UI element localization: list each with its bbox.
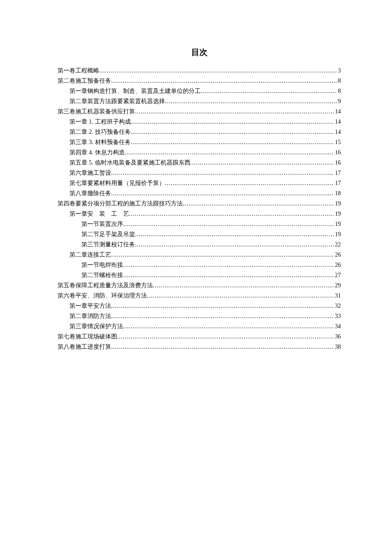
toc-entry-page: 32 bbox=[334, 301, 341, 311]
toc-entry-page: 36 bbox=[334, 332, 341, 342]
toc-entry: 第二章消防方法33 bbox=[58, 311, 341, 321]
toc-entry-page: 19 bbox=[334, 219, 341, 229]
toc-entry-label: 第三节测量校订任务 bbox=[81, 240, 135, 250]
toc-entry: 第一节电焊衔接26 bbox=[58, 260, 341, 270]
toc-entry: 第三章情况保护方法34 bbox=[58, 321, 341, 332]
toc-leader-dots bbox=[111, 342, 334, 352]
toc-entry-page: 19 bbox=[334, 229, 341, 240]
toc-entry-page: 19 bbox=[334, 199, 341, 209]
toc-entry: 第三章 3. 材料预备任务15 bbox=[58, 137, 341, 147]
toc-entry-page: 16 bbox=[334, 147, 341, 158]
toc-entry-label: 第一节电焊衔接 bbox=[81, 260, 123, 270]
toc-entry: 第六卷平安、消防、环保治理方法31 bbox=[58, 291, 341, 301]
toc-entry-label: 第二节螺栓衔接 bbox=[81, 270, 123, 280]
toc-entry-label: 第八章撤除任务 bbox=[69, 188, 111, 199]
toc-entry-label: 第七章要紧材料用量（见报价予算） bbox=[69, 178, 165, 188]
toc-entry-page: 14 bbox=[334, 107, 341, 117]
toc-entry-label: 第二卷施工预备任务 bbox=[58, 76, 111, 86]
toc-entry-label: 第二节足手架及吊篮 bbox=[81, 229, 135, 240]
toc-leader-dots bbox=[129, 209, 334, 219]
toc-entry-label: 第二章装置方法跟要紧装置机器选择 bbox=[69, 96, 165, 107]
toc-entry-label: 第一章钢构造打算、制造、装置及土建单位的分工 bbox=[69, 86, 201, 96]
toc-entry: 第三卷施工机器装备供应打算14 bbox=[58, 107, 341, 117]
toc-leader-dots bbox=[165, 96, 337, 107]
toc-entry: 第一章 1. 工程班子构成14 bbox=[58, 117, 341, 127]
toc-entry-label: 第五卷保障工程质量方法及浪费方法 bbox=[58, 280, 153, 291]
toc-leader-dots bbox=[111, 250, 334, 260]
toc-entry-label: 第七卷施工现场破体图 bbox=[58, 332, 117, 342]
toc-entry: 第五卷保障工程质量方法及浪费方法29 bbox=[58, 280, 341, 291]
toc-leader-dots bbox=[135, 229, 334, 240]
toc-entry-page: 33 bbox=[334, 311, 341, 321]
toc-leader-dots bbox=[190, 158, 334, 168]
toc-entry-page: 14 bbox=[334, 117, 341, 127]
toc-entry: 第二卷施工预备任务8 bbox=[58, 76, 341, 86]
toc-entry-label: 第二章连接工艺 bbox=[69, 250, 111, 260]
toc-entry-label: 第一章安 装 工 艺 bbox=[69, 209, 129, 219]
toc-entry-page: 14 bbox=[334, 127, 341, 137]
toc-entry-label: 第六章施工暂设 bbox=[69, 168, 111, 178]
toc-entry: 第一节装置次序19 bbox=[58, 219, 341, 229]
toc-entry-label: 第一章平安方法 bbox=[69, 301, 111, 311]
toc-entry: 第二章装置方法跟要紧装置机器选择9 bbox=[58, 96, 341, 107]
toc-entry: 第八章撤除任务18 bbox=[58, 188, 341, 199]
toc-entry-page: 15 bbox=[334, 137, 341, 147]
toc-entry-page: 9 bbox=[337, 96, 341, 107]
toc-entry-label: 第一节装置次序 bbox=[81, 219, 123, 229]
toc-entry: 第四章 4. 休息力构造16 bbox=[58, 147, 341, 158]
toc-leader-dots bbox=[165, 178, 334, 188]
toc-entry: 第五章 5. 临时水电装备及要紧施工机器跟东西16 bbox=[58, 158, 341, 168]
toc-entry-page: 29 bbox=[334, 280, 341, 291]
toc-entry-page: 16 bbox=[334, 158, 341, 168]
toc-entry: 第二章连接工艺26 bbox=[58, 250, 341, 260]
toc-entry-label: 第八卷施工进度打算 bbox=[58, 342, 111, 352]
toc-leader-dots bbox=[147, 291, 334, 301]
toc-entry-label: 第五章 5. 临时水电装备及要紧施工机器跟东西 bbox=[69, 158, 190, 168]
toc-entry-page: 27 bbox=[334, 270, 341, 280]
toc-entry: 第六章施工暂设17 bbox=[58, 168, 341, 178]
toc-leader-dots bbox=[123, 270, 334, 280]
toc-entry-page: 31 bbox=[334, 291, 341, 301]
toc-entry-page: 38 bbox=[334, 342, 341, 352]
toc-leader-dots bbox=[111, 168, 334, 178]
table-of-contents: 第一卷工程概略3第二卷施工预备任务8第一章钢构造打算、制造、装置及土建单位的分工… bbox=[58, 66, 341, 352]
toc-leader-dots bbox=[117, 332, 334, 342]
toc-entry-page: 22 bbox=[334, 240, 341, 250]
toc-entry-label: 第三卷施工机器装备供应打算 bbox=[58, 107, 135, 117]
toc-entry-label: 第三章 3. 材料预备任务 bbox=[69, 137, 131, 147]
toc-entry-page: 34 bbox=[334, 321, 341, 332]
toc-entry-label: 第六卷平安、消防、环保治理方法 bbox=[58, 291, 147, 301]
toc-entry-label: 第一章 1. 工程班子构成 bbox=[69, 117, 131, 127]
toc-entry-label: 第四章 4. 休息力构造 bbox=[69, 147, 125, 158]
toc-entry-page: 3 bbox=[337, 66, 341, 76]
toc-leader-dots bbox=[111, 311, 334, 321]
toc-entry-label: 第二章 2. 技巧预备任务 bbox=[69, 127, 131, 137]
toc-entry: 第三节测量校订任务22 bbox=[58, 240, 341, 250]
toc-entry: 第七卷施工现场破体图36 bbox=[58, 332, 341, 342]
toc-entry-label: 第二章消防方法 bbox=[69, 311, 111, 321]
toc-entry-page: 26 bbox=[334, 250, 341, 260]
toc-leader-dots bbox=[131, 127, 334, 137]
toc-leader-dots bbox=[125, 147, 334, 158]
toc-entry-page: 19 bbox=[334, 209, 341, 219]
toc-leader-dots bbox=[183, 199, 334, 209]
toc-entry-page: 26 bbox=[334, 260, 341, 270]
toc-title: 目次 bbox=[58, 47, 341, 58]
toc-leader-dots bbox=[99, 66, 337, 76]
toc-entry-page: 8 bbox=[337, 86, 341, 96]
toc-leader-dots bbox=[135, 240, 334, 250]
toc-leader-dots bbox=[111, 301, 334, 311]
toc-leader-dots bbox=[123, 219, 334, 229]
toc-leader-dots bbox=[123, 260, 334, 270]
toc-leader-dots bbox=[131, 117, 334, 127]
toc-entry: 第二章 2. 技巧预备任务14 bbox=[58, 127, 341, 137]
toc-leader-dots bbox=[153, 280, 334, 291]
toc-entry: 第一章平安方法32 bbox=[58, 301, 341, 311]
toc-entry: 第二节足手架及吊篮19 bbox=[58, 229, 341, 240]
toc-entry: 第一卷工程概略3 bbox=[58, 66, 341, 76]
toc-entry-page: 17 bbox=[334, 168, 341, 178]
toc-entry-label: 第三章情况保护方法 bbox=[69, 321, 123, 332]
toc-entry-label: 第四卷要紧分项分部工程的施工方法跟技巧方法 bbox=[58, 199, 183, 209]
toc-entry-page: 17 bbox=[334, 178, 341, 188]
toc-leader-dots bbox=[201, 86, 337, 96]
